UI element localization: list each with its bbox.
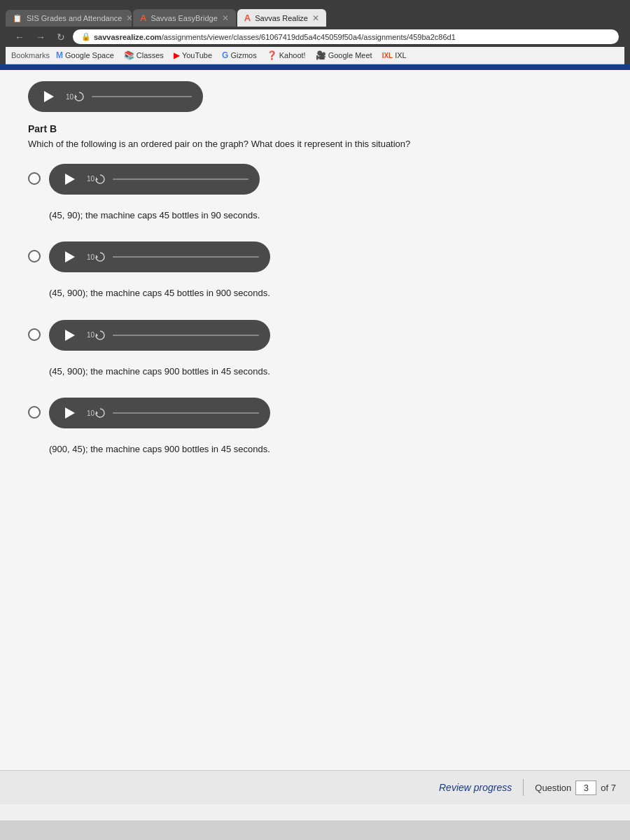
bookmark-ixl-label: IXL [395, 51, 407, 59]
option-b-progress-bar[interactable] [113, 256, 259, 258]
top-audio-player: 10 [28, 81, 203, 112]
option-c-progress-bar[interactable] [113, 335, 259, 336]
tab-easybridge-close[interactable]: ✕ [222, 13, 229, 23]
tab-sis-icon: 📋 [13, 14, 22, 23]
option-b-play-button[interactable] [60, 247, 80, 267]
review-progress-button[interactable]: Review progress [439, 782, 512, 793]
bookmark-ixl[interactable]: IXL IXL [379, 50, 410, 61]
option-c-text: (45, 900); the machine caps 900 bottles … [49, 365, 270, 379]
option-c-radio[interactable] [28, 328, 41, 341]
top-play-button[interactable] [39, 87, 59, 106]
tab-easybridge-icon: A [140, 13, 146, 23]
bookmark-kahoot-label: Kahoot! [279, 51, 306, 59]
option-d-audio-player: 10 [49, 398, 270, 428]
option-d-play-button[interactable] [60, 403, 80, 423]
kahoot-icon: ❓ [267, 50, 277, 60]
tab-realize-label: Savvas Realize [255, 14, 308, 22]
address-bar[interactable]: 🔒 savvasrealize.com/assignments/viewer/c… [73, 29, 619, 44]
tab-realize-icon: A [244, 13, 251, 23]
option-c-play-button[interactable] [60, 326, 80, 345]
play-triangle-icon-a [65, 174, 75, 185]
gizmos-icon: G [222, 50, 228, 60]
ten-seconds-icon-d [94, 407, 106, 419]
option-b-text: (45, 900); the machine caps 45 bottles i… [49, 286, 270, 300]
option-b-radio[interactable] [28, 250, 41, 262]
option-b-audio-player: 10 [49, 241, 270, 272]
option-c-audio-player: 10 [49, 320, 270, 351]
ten-seconds-icon [74, 91, 85, 102]
top-ten-icon: 10 [66, 91, 85, 102]
bookmark-classes[interactable]: 📚 Classes [120, 49, 167, 62]
question-text: Which of the following is an ordered pai… [28, 137, 602, 151]
question-number-box[interactable]: 3 [575, 780, 596, 795]
ten-seconds-icon-a [94, 174, 106, 185]
option-a-audio-player: 10 [49, 164, 260, 195]
ten-seconds-icon-b [94, 251, 106, 262]
svg-marker-2 [96, 255, 98, 259]
part-b-heading: Part B [28, 123, 602, 134]
option-d-text: (900, 45); the machine caps 900 bottles … [49, 442, 270, 456]
forward-button[interactable]: → [32, 30, 49, 44]
tab-realize-close[interactable]: ✕ [312, 13, 319, 23]
bottom-bar: Review progress Question 3 of 7 [0, 770, 630, 804]
google-meet-icon: 🎥 [316, 50, 326, 60]
option-b-container: 10 (45, 900); the machine caps 45 bottle… [28, 241, 602, 300]
ixl-icon: IXL [382, 52, 393, 59]
tab-sis-close[interactable]: ✕ [126, 13, 133, 23]
bookmark-gizmos-label: Gizmos [230, 51, 256, 59]
page-content: 10 Part B Which of the following is an o… [0, 64, 630, 820]
bookmark-gizmos[interactable]: G Gizmos [218, 49, 260, 62]
address-text: savvasrealize.com/assignments/viewer/cla… [94, 33, 456, 41]
option-d-container: 10 (900, 45); the machine caps 900 bottl… [28, 398, 602, 456]
option-d-ten-icon: 10 [87, 407, 106, 419]
bookmarks-label: Bookmarks [11, 51, 50, 59]
bookmark-classes-label: Classes [136, 51, 164, 59]
bookmark-youtube[interactable]: ▶ YouTube [170, 49, 216, 62]
option-d-content: 10 (900, 45); the machine caps 900 bottl… [49, 398, 270, 456]
tab-easybridge-label: Savvas EasyBridge [150, 14, 217, 22]
option-a-radio[interactable] [28, 172, 41, 185]
ten-seconds-icon-c [94, 330, 106, 341]
bookmark-google-space[interactable]: M Google Space [52, 49, 118, 62]
divider [523, 779, 524, 796]
bookmark-kahoot[interactable]: ❓ Kahoot! [263, 49, 309, 62]
option-b-ten-icon: 10 [87, 251, 106, 262]
option-a-text: (45, 90); the machine caps 45 bottles in… [49, 209, 260, 223]
tab-easybridge[interactable]: A Savvas EasyBridge ✕ [133, 9, 236, 27]
bookmark-google-meet[interactable]: 🎥 Google Meet [312, 49, 376, 62]
option-d-radio[interactable] [28, 406, 41, 419]
option-a-play-button[interactable] [60, 169, 80, 189]
svg-marker-1 [96, 177, 98, 181]
bookmark-google-space-label: Google Space [65, 51, 114, 59]
tab-sis[interactable]: 📋 SIS Grades and Attendance ✕ [6, 10, 132, 27]
play-triangle-icon [44, 91, 54, 102]
bookmark-google-meet-label: Google Meet [328, 51, 372, 59]
option-a-ten-icon: 10 [87, 174, 106, 185]
lock-icon: 🔒 [81, 32, 91, 41]
browser-chrome: 📋 SIS Grades and Attendance ✕ A Savvas E… [0, 0, 630, 64]
svg-marker-3 [96, 333, 98, 337]
option-a-content: 10 (45, 90); the machine caps 45 bottles… [49, 164, 260, 223]
question-navigator: Question 3 of 7 [535, 780, 616, 795]
option-c-container: 10 (45, 900); the machine caps 900 bottl… [28, 320, 602, 379]
option-a-container: 10 (45, 90); the machine caps 45 bottles… [28, 164, 602, 223]
option-d-progress-bar[interactable] [113, 412, 259, 414]
google-space-icon: M [56, 50, 63, 60]
tab-realize[interactable]: A Savvas Realize ✕ [237, 9, 326, 27]
reload-button[interactable]: ↻ [53, 30, 69, 44]
play-triangle-icon-d [65, 407, 75, 419]
option-c-ten-icon: 10 [87, 330, 106, 341]
svg-marker-0 [75, 94, 77, 99]
bookmark-youtube-label: YouTube [182, 51, 212, 59]
play-triangle-icon-c [65, 330, 75, 341]
youtube-icon: ▶ [174, 50, 180, 60]
address-bar-row: ← → ↻ 🔒 savvasrealize.com/assignments/vi… [6, 27, 624, 47]
option-b-content: 10 (45, 900); the machine caps 45 bottle… [49, 241, 270, 300]
play-triangle-icon-b [65, 251, 75, 262]
option-a-progress-bar[interactable] [113, 178, 248, 180]
top-progress-bar[interactable] [92, 96, 192, 97]
question-label: Question [535, 783, 571, 793]
main-content: 10 Part B Which of the following is an o… [0, 70, 630, 770]
back-button[interactable]: ← [11, 30, 28, 44]
option-c-content: 10 (45, 900); the machine caps 900 bottl… [49, 320, 270, 379]
